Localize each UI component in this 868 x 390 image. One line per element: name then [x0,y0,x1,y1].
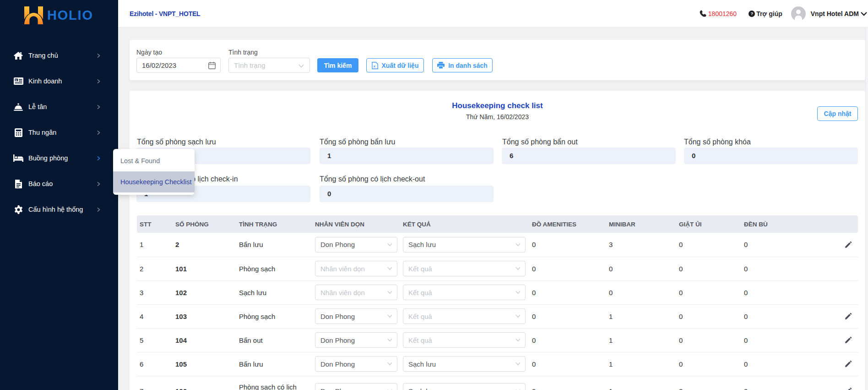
svg-text:x: x [373,64,375,68]
svg-text:?: ? [751,11,754,16]
